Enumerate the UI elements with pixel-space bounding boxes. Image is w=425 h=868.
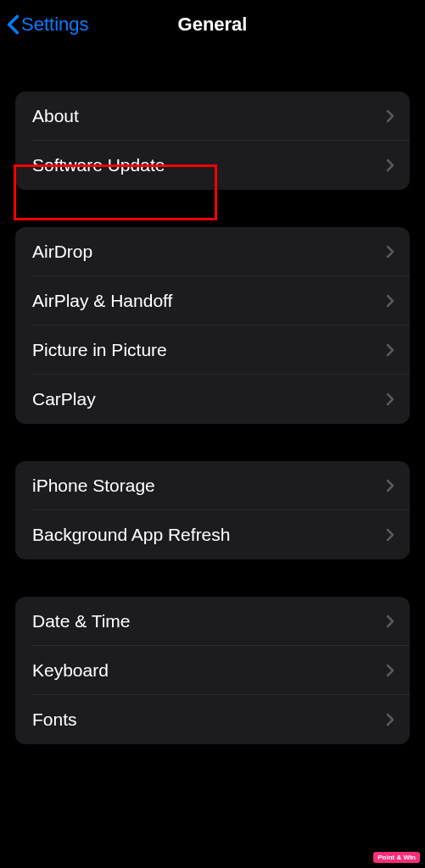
row-label: AirDrop [32, 242, 92, 262]
chevron-right-icon [386, 392, 394, 406]
row-label: Date & Time [32, 611, 131, 632]
row-software-update[interactable]: Software Update [15, 141, 410, 190]
settings-group-2: AirDrop AirPlay & Handoff Picture in Pic… [15, 227, 410, 424]
row-label: Software Update [32, 155, 165, 175]
chevron-right-icon [386, 245, 394, 259]
page-title: General [178, 14, 248, 36]
settings-group-3: iPhone Storage Background App Refresh [15, 461, 410, 559]
back-label: Settings [21, 14, 89, 36]
row-keyboard[interactable]: Keyboard [15, 646, 410, 695]
chevron-right-icon [386, 528, 394, 542]
chevron-right-icon [386, 109, 394, 123]
row-label: Keyboard [32, 660, 109, 681]
settings-group-4: Date & Time Keyboard Fonts [15, 597, 410, 744]
back-button[interactable]: Settings [7, 14, 89, 36]
chevron-right-icon [386, 713, 394, 726]
row-background-app-refresh[interactable]: Background App Refresh [15, 510, 410, 559]
row-label: AirPlay & Handoff [32, 291, 172, 311]
row-label: CarPlay [32, 389, 96, 409]
row-carplay[interactable]: CarPlay [15, 375, 410, 424]
row-iphone-storage[interactable]: iPhone Storage [15, 461, 410, 510]
chevron-right-icon [386, 159, 394, 172]
nav-header: Settings General [0, 0, 425, 54]
row-label: About [32, 106, 79, 126]
chevron-right-icon [386, 343, 394, 357]
row-fonts[interactable]: Fonts [15, 695, 410, 744]
chevron-right-icon [386, 615, 394, 628]
chevron-right-icon [386, 294, 394, 308]
row-label: Background App Refresh [32, 525, 230, 545]
chevron-right-icon [386, 479, 394, 492]
settings-content: About Software Update AirDrop AirPlay & … [0, 92, 425, 744]
chevron-right-icon [386, 664, 394, 677]
row-date-time[interactable]: Date & Time [15, 597, 410, 646]
row-label: iPhone Storage [32, 476, 155, 496]
chevron-left-icon [7, 14, 20, 35]
row-label: Fonts [32, 709, 77, 730]
row-picture-in-picture[interactable]: Picture in Picture [15, 326, 410, 375]
row-airplay-handoff[interactable]: AirPlay & Handoff [15, 276, 410, 326]
row-label: Picture in Picture [32, 340, 167, 360]
row-airdrop[interactable]: AirDrop [15, 227, 410, 276]
row-about[interactable]: About [15, 92, 410, 141]
watermark: Point & Win [373, 852, 420, 863]
settings-group-1: About Software Update [15, 92, 410, 190]
